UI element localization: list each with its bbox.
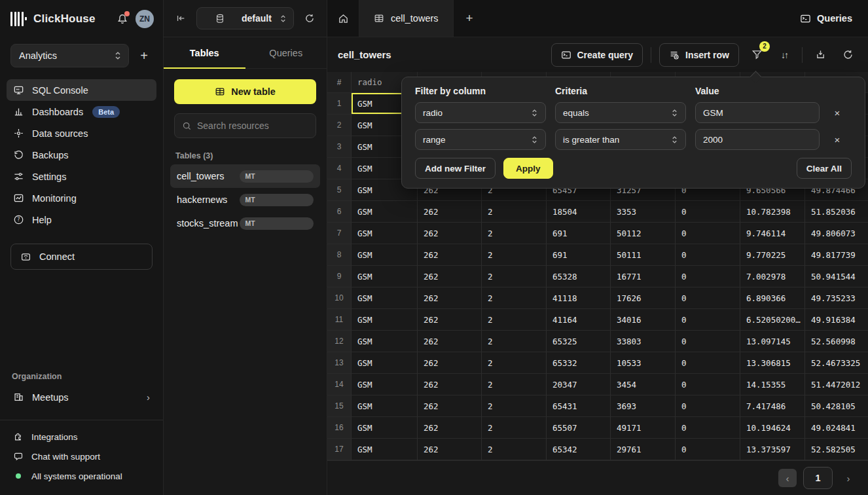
grid-cell[interactable]: GSM bbox=[352, 287, 418, 309]
grid-cell[interactable]: 49.806073 bbox=[805, 223, 868, 244]
grid-cell[interactable]: 0 bbox=[676, 352, 740, 374]
sidebar-item-monitoring[interactable]: Monitoring bbox=[7, 187, 156, 209]
connect-button[interactable]: Connect bbox=[10, 244, 153, 270]
filter-1-criteria-select[interactable]: equals bbox=[555, 102, 686, 123]
filter-2-criteria-select[interactable]: is greater than bbox=[555, 129, 686, 150]
grid-cell[interactable]: 50.428105 bbox=[805, 395, 868, 417]
grid-cell[interactable]: 9.770225 bbox=[740, 244, 805, 266]
grid-cell[interactable]: 50112 bbox=[611, 223, 676, 244]
grid-cell[interactable]: 0 bbox=[676, 266, 740, 287]
grid-cell[interactable]: 10.194624 bbox=[740, 417, 805, 439]
grid-cell[interactable]: 0 bbox=[676, 244, 740, 266]
grid-cell[interactable]: 262 bbox=[418, 309, 482, 331]
grid-cell[interactable]: 41118 bbox=[547, 287, 611, 309]
grid-cell[interactable]: 2 bbox=[482, 395, 547, 417]
current-page[interactable]: 1 bbox=[803, 467, 833, 489]
grid-cell[interactable]: 50111 bbox=[611, 244, 676, 266]
grid-cell[interactable]: GSM bbox=[352, 439, 418, 460]
grid-cell[interactable]: GSM bbox=[352, 309, 418, 331]
grid-cell[interactable]: 51.4472012 bbox=[805, 374, 868, 395]
grid-cell[interactable]: 2 bbox=[482, 287, 547, 309]
table-item-cell-towers[interactable]: cell_towers MT bbox=[170, 164, 320, 188]
grid-cell[interactable]: 20347 bbox=[547, 374, 611, 395]
grid-cell[interactable]: 17626 bbox=[611, 287, 676, 309]
grid-cell[interactable]: 33803 bbox=[611, 331, 676, 352]
grid-cell[interactable]: 3454 bbox=[611, 374, 676, 395]
sidebar-item-sql-console[interactable]: SQL Console bbox=[7, 79, 156, 101]
home-button[interactable] bbox=[327, 0, 359, 37]
workspace-select[interactable]: Analytics bbox=[10, 44, 129, 67]
system-status[interactable]: All systems operational bbox=[7, 466, 156, 486]
grid-cell[interactable]: 262 bbox=[418, 395, 482, 417]
grid-cell[interactable]: 29761 bbox=[611, 439, 676, 460]
grid-cell[interactable]: 2 bbox=[482, 223, 547, 244]
grid-cell[interactable]: GSM bbox=[352, 201, 418, 223]
grid-cell[interactable]: 262 bbox=[418, 223, 482, 244]
grid-cell[interactable]: GSM bbox=[352, 352, 418, 374]
grid-cell[interactable]: 34016 bbox=[611, 309, 676, 331]
grid-cell[interactable]: 49171 bbox=[611, 417, 676, 439]
grid-cell[interactable]: 2 bbox=[482, 352, 547, 374]
new-tab-button[interactable]: + bbox=[454, 0, 486, 37]
grid-cell[interactable]: 262 bbox=[418, 287, 482, 309]
clear-all-filters-button[interactable]: Clear All bbox=[797, 158, 852, 179]
grid-cell[interactable]: 3353 bbox=[611, 201, 676, 223]
grid-cell[interactable]: 0 bbox=[676, 287, 740, 309]
grid-cell[interactable]: 49.817739 bbox=[805, 244, 868, 266]
grid-cell[interactable]: 65507 bbox=[547, 417, 611, 439]
add-workspace-button[interactable]: + bbox=[136, 47, 153, 64]
grid-cell[interactable]: GSM bbox=[352, 223, 418, 244]
grid-cell[interactable]: 691 bbox=[547, 223, 611, 244]
clickhouse-logo[interactable]: ClickHouse bbox=[10, 12, 96, 26]
notifications-button[interactable] bbox=[115, 11, 130, 27]
sidebar-item-data-sources[interactable]: Data sources bbox=[7, 122, 156, 144]
sidebar-item-settings[interactable]: Settings bbox=[7, 166, 156, 187]
grid-cell[interactable]: GSM bbox=[352, 374, 418, 395]
create-query-button[interactable]: Create query bbox=[551, 43, 643, 67]
table-item-hackernews[interactable]: hackernews MT bbox=[170, 188, 320, 211]
grid-cell[interactable]: 51.852036 bbox=[805, 201, 868, 223]
grid-cell[interactable]: 262 bbox=[418, 266, 482, 287]
grid-cell[interactable]: 10.782398 bbox=[740, 201, 805, 223]
grid-cell[interactable]: 49.916384 bbox=[805, 309, 868, 331]
avatar[interactable]: ZN bbox=[136, 10, 154, 28]
grid-cell[interactable]: 7.417486 bbox=[740, 395, 805, 417]
tab-tables[interactable]: Tables bbox=[164, 37, 245, 68]
grid-cell[interactable]: 2 bbox=[482, 374, 547, 395]
filter-2-column-select[interactable]: range bbox=[415, 129, 546, 150]
grid-cell[interactable]: 7.002978 bbox=[740, 266, 805, 287]
queries-button[interactable]: Queries bbox=[800, 13, 852, 24]
grid-cell[interactable]: 262 bbox=[418, 201, 482, 223]
grid-cell[interactable]: 50.941544 bbox=[805, 266, 868, 287]
grid-cell[interactable]: 2 bbox=[482, 309, 547, 331]
grid-cell[interactable]: 2 bbox=[482, 417, 547, 439]
grid-cell[interactable]: 6.52050200… bbox=[740, 309, 805, 331]
grid-cell[interactable]: 0 bbox=[676, 331, 740, 352]
grid-cell[interactable]: 0 bbox=[676, 309, 740, 331]
grid-cell[interactable]: 65431 bbox=[547, 395, 611, 417]
filter-1-value-input[interactable] bbox=[695, 102, 820, 123]
grid-cell[interactable]: GSM bbox=[352, 244, 418, 266]
grid-cell[interactable]: 262 bbox=[418, 244, 482, 266]
grid-cell[interactable]: 0 bbox=[676, 417, 740, 439]
grid-cell[interactable]: 65332 bbox=[547, 352, 611, 374]
grid-cell[interactable]: 49.735233 bbox=[805, 287, 868, 309]
filter-button[interactable]: 2 bbox=[747, 45, 767, 65]
grid-cell[interactable]: 65325 bbox=[547, 331, 611, 352]
grid-cell[interactable]: 65328 bbox=[547, 266, 611, 287]
grid-cell[interactable]: GSM bbox=[352, 331, 418, 352]
tab-cell-towers[interactable]: cell_towers bbox=[359, 0, 454, 37]
filter-1-remove-button[interactable]: × bbox=[829, 104, 846, 121]
chat-support-link[interactable]: Chat with support bbox=[7, 447, 156, 466]
grid-cell[interactable]: 262 bbox=[418, 374, 482, 395]
grid-cell[interactable]: 0 bbox=[676, 395, 740, 417]
grid-cell[interactable]: 262 bbox=[418, 352, 482, 374]
sidebar-item-meetups[interactable]: Meetups › bbox=[7, 386, 156, 408]
grid-cell[interactable]: 0 bbox=[676, 439, 740, 460]
grid-cell[interactable]: 6.890366 bbox=[740, 287, 805, 309]
download-button[interactable] bbox=[810, 45, 830, 65]
insert-row-button[interactable]: Insert row bbox=[659, 43, 739, 67]
grid-cell[interactable]: 2 bbox=[482, 244, 547, 266]
grid-cell[interactable]: GSM bbox=[352, 266, 418, 287]
grid-cell[interactable]: 2 bbox=[482, 201, 547, 223]
